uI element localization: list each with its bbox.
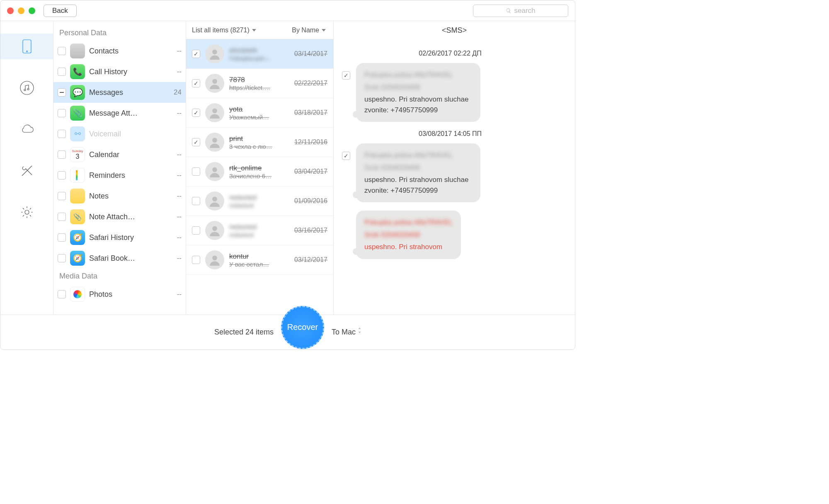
category-checkbox[interactable] bbox=[58, 233, 66, 242]
category-row[interactable]: 📎Note Attach…-- bbox=[53, 206, 186, 227]
thread-row[interactable]: 7878https://ticket.…02/22/2017 bbox=[186, 69, 333, 98]
svg-point-2 bbox=[20, 81, 34, 94]
message-text: uspeshno. Pri strahovom bbox=[364, 242, 453, 252]
svg-point-13 bbox=[212, 256, 217, 261]
category-row[interactable]: ⚯Voicemail bbox=[53, 124, 186, 144]
sidebar-settings[interactable] bbox=[0, 199, 53, 225]
avatar bbox=[205, 221, 224, 240]
app-icon: 💬 bbox=[70, 85, 85, 100]
category-row[interactable]: Contacts-- bbox=[53, 41, 186, 61]
category-row[interactable]: Sunday3Calendar-- bbox=[53, 144, 186, 165]
thread-date: 01/09/2016 bbox=[294, 197, 327, 205]
cloud-icon bbox=[19, 122, 34, 137]
category-count: -- bbox=[170, 171, 182, 179]
category-checkbox[interactable] bbox=[58, 254, 66, 262]
search-icon bbox=[506, 8, 511, 14]
category-checkbox[interactable] bbox=[58, 290, 66, 298]
thread-row[interactable]: redactedredacted03/16/2017 bbox=[186, 216, 333, 245]
message-checkbox[interactable] bbox=[342, 152, 350, 160]
category-checkbox[interactable] bbox=[58, 192, 66, 200]
message-text: uspeshno. Pri strahovom sluchae zvonite:… bbox=[364, 174, 472, 196]
thread-preview: Зачислено 6… bbox=[229, 172, 289, 179]
thread-row[interactable]: yotaУважаемый…03/18/2017 bbox=[186, 98, 333, 128]
category-row[interactable]: 💬Messages24 bbox=[53, 82, 186, 103]
category-row[interactable]: Photos-- bbox=[53, 284, 186, 305]
category-row[interactable]: Notes-- bbox=[53, 186, 186, 206]
filter-dropdown[interactable]: List all items (8271) bbox=[192, 27, 256, 34]
thread-checkbox[interactable] bbox=[192, 256, 200, 264]
category-label: Calendar bbox=[89, 150, 166, 159]
category-checkbox[interactable] bbox=[58, 213, 66, 221]
thread-preview: 3 чехла с лю… bbox=[229, 143, 289, 150]
message-bubble[interactable]: Pokupka polisa AlfaTRAVELSrok 0204020408… bbox=[356, 63, 480, 122]
thread-preview: Pokupka pol… bbox=[229, 55, 289, 62]
thread-date: 03/14/2017 bbox=[294, 50, 327, 58]
thread-preview: Уважаемый… bbox=[229, 114, 289, 121]
thread-row[interactable]: elizabethPokupka pol…03/14/2017 bbox=[186, 39, 333, 69]
thread-title: yota bbox=[229, 105, 289, 114]
category-row[interactable]: Reminders-- bbox=[53, 165, 186, 186]
category-row[interactable]: 📎Message Att…-- bbox=[53, 103, 186, 124]
category-count: -- bbox=[170, 192, 182, 200]
thread-checkbox[interactable] bbox=[192, 197, 200, 205]
thread-title: print bbox=[229, 135, 289, 143]
back-button[interactable]: Back bbox=[44, 5, 77, 17]
recover-button[interactable]: Recover bbox=[281, 306, 324, 349]
thread-row[interactable]: rtk_onlimeЗачислено 6…03/04/2017 bbox=[186, 157, 333, 187]
sidebar-tools[interactable] bbox=[0, 158, 53, 184]
category-count: -- bbox=[170, 47, 182, 55]
category-row[interactable]: 🧭Safari Book…-- bbox=[53, 248, 186, 269]
thread-title: kontur bbox=[229, 252, 289, 261]
category-checkbox[interactable] bbox=[58, 68, 66, 76]
sidebar-icloud[interactable] bbox=[0, 116, 53, 142]
maximize-icon[interactable] bbox=[29, 7, 35, 14]
category-count: -- bbox=[170, 109, 182, 117]
thread-date: 12/11/2016 bbox=[294, 138, 327, 146]
thread-title: rtk_onlime bbox=[229, 164, 289, 172]
category-checkbox[interactable] bbox=[58, 109, 66, 117]
thread-row[interactable]: redactedredacted01/09/2016 bbox=[186, 187, 333, 216]
category-checkbox[interactable] bbox=[58, 130, 66, 138]
thread-checkbox[interactable] bbox=[192, 226, 200, 235]
search-input[interactable]: search bbox=[473, 5, 568, 17]
category-label: Message Att… bbox=[89, 109, 166, 118]
minimize-icon[interactable] bbox=[18, 7, 24, 14]
sidebar-itunes[interactable] bbox=[0, 75, 53, 101]
thread-date: 03/18/2017 bbox=[294, 109, 327, 116]
thread-checkbox[interactable] bbox=[192, 109, 200, 117]
category-count: 24 bbox=[170, 88, 182, 97]
sidebar-device[interactable] bbox=[0, 34, 53, 59]
thread-checkbox[interactable] bbox=[192, 79, 200, 87]
phone-icon bbox=[19, 39, 34, 54]
category-checkbox[interactable] bbox=[58, 150, 66, 159]
message-bubble[interactable]: Pokupka polisa AlfaTRAVELSrok 0204020408… bbox=[356, 143, 480, 202]
thread-row[interactable]: print3 чехла с лю…12/11/2016 bbox=[186, 128, 333, 157]
message-checkbox[interactable] bbox=[342, 71, 350, 80]
thread-preview: https://ticket.… bbox=[229, 84, 289, 91]
category-row[interactable]: 📞Call History-- bbox=[53, 61, 186, 82]
music-icon bbox=[19, 80, 34, 95]
thread-checkbox[interactable] bbox=[192, 167, 200, 176]
category-count: -- bbox=[170, 290, 182, 298]
avatar bbox=[205, 191, 224, 211]
app-icon: ⚯ bbox=[70, 126, 85, 141]
titlebar: Back search bbox=[0, 0, 575, 21]
category-checkbox[interactable] bbox=[58, 88, 66, 97]
sort-dropdown[interactable]: By Name bbox=[292, 27, 326, 34]
category-label: Contacts bbox=[89, 47, 166, 56]
category-label: Note Attach… bbox=[89, 213, 166, 221]
chevron-down-icon bbox=[252, 29, 256, 32]
close-icon[interactable] bbox=[7, 7, 14, 14]
category-row[interactable]: 🧭Safari History-- bbox=[53, 227, 186, 248]
thread-date: 02/22/2017 bbox=[294, 80, 327, 87]
thread-row[interactable]: konturУ вас остал…03/12/2017 bbox=[186, 245, 333, 275]
thread-checkbox[interactable] bbox=[192, 50, 200, 58]
thread-preview: redacted bbox=[229, 231, 289, 238]
destination-selector[interactable]: To Mac ˄˅ bbox=[332, 328, 361, 337]
thread-checkbox[interactable] bbox=[192, 138, 200, 146]
category-label: Call History bbox=[89, 68, 166, 76]
category-checkbox[interactable] bbox=[58, 171, 66, 179]
category-checkbox[interactable] bbox=[58, 47, 66, 55]
thread-title: 7878 bbox=[229, 76, 289, 84]
message-bubble[interactable]: Pokupka polisa AlfaTRAVELSrok 0204020408… bbox=[356, 211, 461, 259]
